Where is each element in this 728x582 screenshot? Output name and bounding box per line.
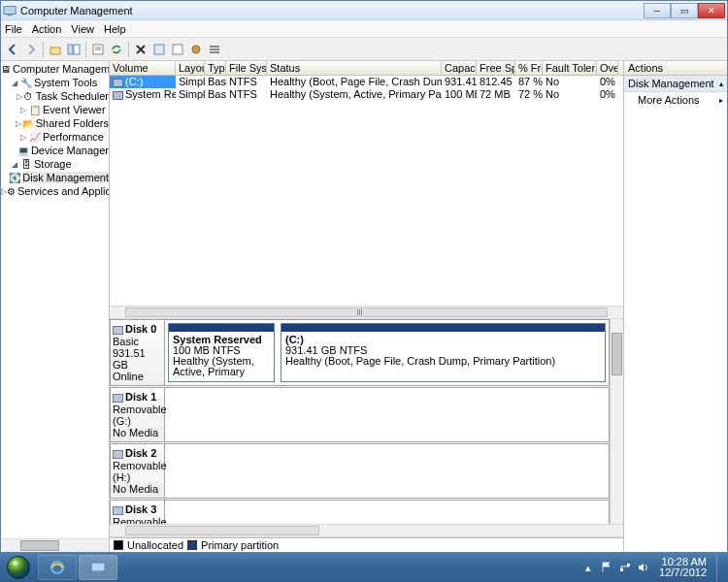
clock[interactable]: 10:28 AM 12/7/2012 <box>655 557 711 578</box>
taskbar-computer-management[interactable] <box>79 555 117 580</box>
up-button[interactable] <box>47 41 64 58</box>
volume-row[interactable]: (C:)SimpleBasicNTFSHealthy (Boot, Page F… <box>110 76 623 88</box>
maximize-button[interactable]: ▭ <box>671 3 698 18</box>
action-button[interactable] <box>169 41 186 58</box>
titlebar[interactable]: Computer Management ─ ▭ ✕ <box>1 1 727 20</box>
menu-file[interactable]: File <box>5 23 22 35</box>
disk-empty-area[interactable] <box>168 503 606 524</box>
close-button[interactable]: ✕ <box>698 3 725 18</box>
disk-icon <box>113 506 123 515</box>
col-status[interactable]: Status <box>267 61 442 75</box>
tree-item[interactable]: ◢🔧System Tools <box>1 76 109 89</box>
tree-root[interactable]: 🖥 Computer Management (Local <box>1 62 109 76</box>
col-type[interactable]: Type <box>205 61 226 75</box>
col-fault[interactable]: Fault Tolerance <box>543 61 597 75</box>
disk-icon <box>113 450 123 459</box>
submenu-icon: ▸ <box>719 96 723 105</box>
settings-icon[interactable] <box>187 41 205 58</box>
tree-toggle-icon[interactable]: ▷ <box>15 118 22 128</box>
disk-row[interactable]: Disk 3Removable (I:)No Media <box>110 500 610 524</box>
legend-primary: Primary partition <box>201 539 279 551</box>
graph-vscrollbar[interactable] <box>610 319 623 524</box>
tree-node-icon: ⚙ <box>7 185 16 198</box>
tree-item[interactable]: 💻Device Manager <box>1 144 109 157</box>
show-hidden-icon[interactable]: ▴ <box>581 562 594 574</box>
disk-empty-area[interactable] <box>168 391 606 438</box>
svg-rect-16 <box>95 571 101 573</box>
tree-node-icon: ⏱ <box>23 90 34 103</box>
col-fs[interactable]: File System <box>226 61 267 75</box>
actions-category[interactable]: Disk Management ▴ <box>624 76 727 92</box>
tree-toggle-icon[interactable]: ▷ <box>18 132 28 142</box>
menubar: File Action View Help <box>1 20 727 38</box>
tree-item[interactable]: ▷📋Event Viewer <box>1 103 109 116</box>
menu-help[interactable]: Help <box>104 23 126 35</box>
tree-node-icon: 💻 <box>17 145 29 157</box>
window-title: Computer Management <box>20 5 644 16</box>
volume-row[interactable]: System ReservedSimpleBasicNTFSHealthy (S… <box>110 88 623 101</box>
disk-row[interactable]: Disk 0Basic931.51 GBOnlineSystem Reserve… <box>110 319 610 386</box>
menu-action[interactable]: Action <box>32 23 62 35</box>
toolbar <box>1 38 727 61</box>
tree-item[interactable]: ▷⚙Services and Applications <box>1 184 109 198</box>
show-hide-button[interactable] <box>65 41 83 58</box>
svg-rect-0 <box>4 6 16 14</box>
refresh-button[interactable] <box>108 41 125 58</box>
volume-icon <box>113 91 123 100</box>
flag-icon[interactable] <box>600 562 612 574</box>
tree-item[interactable]: 💽Disk Management <box>1 171 109 184</box>
tree-item[interactable]: ▷⏱Task Scheduler <box>1 89 109 103</box>
help-button[interactable] <box>150 41 168 58</box>
tree-node-icon: 📂 <box>22 117 34 130</box>
col-layout[interactable]: Layout <box>176 61 205 75</box>
volume-list-area[interactable] <box>110 101 623 306</box>
nav-tree[interactable]: 🖥 Computer Management (Local ◢🔧System To… <box>1 61 110 552</box>
system-tray[interactable]: ▴ 10:28 AM 12/7/2012 <box>578 553 728 582</box>
partition[interactable]: System Reserved100 MB NTFSHealthy (Syste… <box>168 323 275 382</box>
network-icon[interactable] <box>618 562 631 574</box>
menu-view[interactable]: View <box>71 23 94 35</box>
disk-empty-area[interactable] <box>168 447 606 495</box>
center-pane: Volume Layout Type File System Status Ca… <box>110 61 624 552</box>
show-desktop-button[interactable] <box>716 553 724 582</box>
tree-item[interactable]: ▷📈Performance <box>1 130 109 144</box>
svg-rect-9 <box>173 45 182 54</box>
forward-button[interactable] <box>22 41 40 58</box>
svg-rect-1 <box>7 14 12 16</box>
properties-button[interactable] <box>89 41 107 58</box>
volume-hscrollbar[interactable] <box>110 306 623 319</box>
graph-hscrollbar[interactable] <box>110 524 623 537</box>
tree-node-icon: 💽 <box>9 172 20 184</box>
col-capacity[interactable]: Capacity <box>442 61 477 75</box>
tree-scrollbar[interactable] <box>1 538 109 552</box>
col-overhead[interactable]: Overh <box>597 61 618 75</box>
windows-orb-icon <box>7 556 30 579</box>
taskbar-ie[interactable] <box>38 555 77 580</box>
tree-item[interactable]: ◢🗄Storage <box>1 157 109 171</box>
disk-icon <box>113 394 123 403</box>
partition[interactable]: (C:)931.41 GB NTFSHealthy (Boot, Page Fi… <box>281 323 606 382</box>
disk-row[interactable]: Disk 2Removable (H:)No Media <box>110 443 610 499</box>
start-button[interactable] <box>0 553 37 582</box>
tree-item[interactable]: ▷📂Shared Folders <box>1 116 109 130</box>
app-icon <box>3 4 17 17</box>
col-volume[interactable]: Volume <box>110 61 176 75</box>
tree-toggle-icon[interactable]: ▷ <box>16 91 23 101</box>
back-button[interactable] <box>4 41 21 58</box>
list-button[interactable] <box>206 41 223 58</box>
volume-list-header[interactable]: Volume Layout Type File System Status Ca… <box>110 61 623 76</box>
taskbar[interactable]: ▴ 10:28 AM 12/7/2012 <box>0 553 728 582</box>
svg-rect-3 <box>68 45 73 54</box>
col-free[interactable]: Free Space <box>477 61 515 75</box>
svg-rect-15 <box>91 563 105 571</box>
tree-toggle-icon[interactable]: ▷ <box>18 105 28 114</box>
delete-button[interactable] <box>132 41 149 58</box>
more-actions[interactable]: More Actions ▸ <box>624 92 727 108</box>
minimize-button[interactable]: ─ <box>644 3 671 18</box>
col-pfree[interactable]: % Free <box>515 61 543 75</box>
disk-row[interactable]: Disk 1Removable (G:)No Media <box>110 387 610 442</box>
tree-toggle-icon[interactable]: ◢ <box>10 78 19 87</box>
tree-toggle-icon[interactable]: ◢ <box>10 159 19 169</box>
actions-header: Actions <box>624 61 727 76</box>
volume-icon[interactable] <box>637 562 649 574</box>
